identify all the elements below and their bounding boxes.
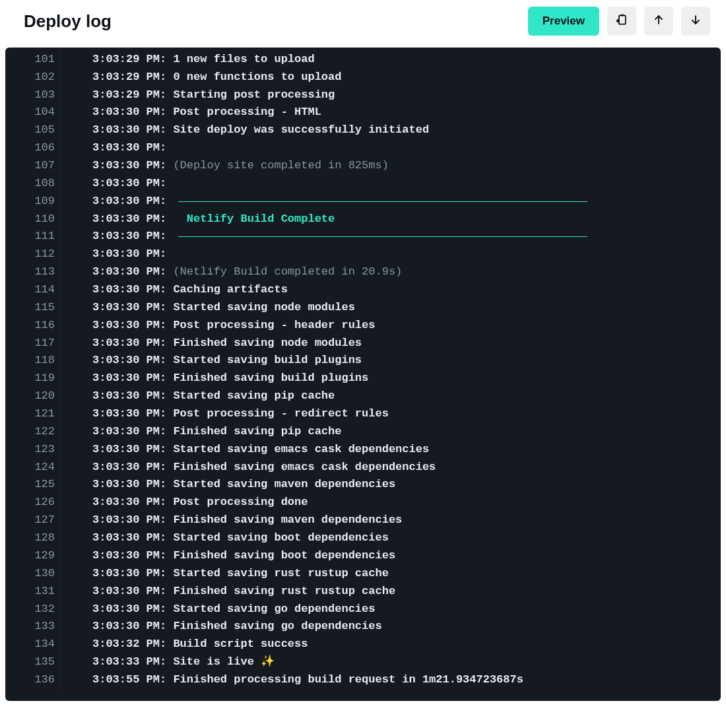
preview-button[interactable]: Preview	[528, 7, 599, 36]
log-message: Finished saving rust rustup cache	[173, 583, 395, 601]
log-timestamp: 3:03:30 PM:	[61, 175, 173, 193]
log-timestamp: 3:03:30 PM:	[61, 335, 173, 352]
log-message: Post processing - header rules	[173, 317, 375, 335]
page-title: Deploy log	[24, 11, 112, 32]
log-message: Finished saving go dependencies	[173, 618, 381, 636]
log-line: 1153:03:30 PM: Started saving node modul…	[5, 299, 721, 317]
log-line: 1103:03:30 PM: Netlify Build Complete	[5, 211, 721, 228]
log-line: 1093:03:30 PM:	[5, 193, 721, 211]
line-number: 111	[5, 228, 61, 246]
line-number: 112	[5, 246, 61, 263]
log-line: 1143:03:30 PM: Caching artifacts	[5, 281, 721, 299]
log-line: 1323:03:30 PM: Started saving go depende…	[5, 601, 721, 618]
scroll-top-button[interactable]	[644, 7, 673, 36]
log-line: 1053:03:30 PM: Site deploy was successfu…	[5, 121, 721, 139]
log-message: Finished saving emacs cask dependencies	[173, 459, 436, 477]
log-line: 1113:03:30 PM:	[5, 228, 721, 246]
log-line: 1013:03:29 PM: 1 new files to upload	[5, 51, 721, 69]
line-number: 107	[5, 157, 61, 175]
line-number: 106	[5, 139, 61, 157]
log-timestamp: 3:03:30 PM:	[61, 423, 173, 441]
line-number: 109	[5, 193, 61, 211]
log-message: Site deploy was successfully initiated	[173, 121, 429, 139]
log-line: 1033:03:29 PM: Starting post processing	[5, 86, 721, 104]
line-number: 127	[5, 512, 61, 529]
log-timestamp: 3:03:30 PM:	[61, 157, 173, 175]
log-line: 1233:03:30 PM: Started saving emacs cask…	[5, 441, 721, 459]
log-timestamp: 3:03:30 PM:	[61, 441, 173, 459]
log-message: Finished processing build request in 1m2…	[173, 671, 523, 689]
log-message: Started saving maven dependencies	[173, 476, 395, 494]
horizontal-rule	[178, 236, 587, 237]
log-message: Finished saving build plugins	[173, 370, 368, 387]
log-timestamp: 3:03:30 PM:	[61, 263, 173, 281]
log-timestamp: 3:03:30 PM:	[61, 459, 173, 477]
log-timestamp: 3:03:30 PM:	[61, 352, 173, 370]
line-number: 103	[5, 86, 61, 104]
log-line: 1173:03:30 PM: Finished saving node modu…	[5, 335, 721, 352]
log-message: Starting post processing	[173, 86, 335, 104]
log-line: 1073:03:30 PM: (Deploy site completed in…	[5, 157, 721, 175]
line-number: 132	[5, 601, 61, 618]
log-line: 1243:03:30 PM: Finished saving emacs cas…	[5, 459, 721, 477]
log-timestamp: 3:03:33 PM:	[61, 653, 173, 671]
log-timestamp: 3:03:30 PM:	[61, 405, 173, 423]
line-number: 123	[5, 441, 61, 459]
log-timestamp: 3:03:29 PM:	[61, 48, 173, 51]
line-number: 120	[5, 387, 61, 405]
log-message: Started saving boot dependencies	[173, 529, 388, 547]
log-line: 1083:03:30 PM:	[5, 175, 721, 193]
log-timestamp: 3:03:30 PM:	[61, 476, 173, 494]
copy-log-button[interactable]	[607, 7, 636, 36]
log-timestamp: 3:03:30 PM:	[61, 193, 173, 211]
line-number: 102	[5, 69, 61, 86]
log-message: Started saving pip cache	[173, 387, 335, 405]
log-message: Finished saving maven dependencies	[173, 512, 402, 529]
line-number: 115	[5, 299, 61, 317]
log-message: 1 new files to upload	[173, 51, 314, 69]
line-number: 113	[5, 263, 61, 281]
log-message: Caching artifacts	[173, 281, 287, 299]
log-message: Site is live	[173, 653, 261, 671]
log-line: 1203:03:30 PM: Started saving pip cache	[5, 387, 721, 405]
log-timestamp: 3:03:30 PM:	[61, 228, 173, 246]
log-message: Finished saving node modules	[173, 335, 362, 352]
log-line: 1183:03:30 PM: Started saving build plug…	[5, 352, 721, 370]
log-message: Finished saving pip cache	[173, 423, 341, 441]
log-timestamp: 3:03:30 PM:	[61, 565, 173, 583]
log-timestamp: 3:03:30 PM:	[61, 601, 173, 618]
clipboard-icon	[615, 13, 628, 30]
log-line: 1253:03:30 PM: Started saving maven depe…	[5, 476, 721, 494]
line-number: 118	[5, 352, 61, 370]
scroll-bottom-button[interactable]	[681, 7, 710, 36]
line-number: 104	[5, 104, 61, 121]
log-timestamp: 3:03:30 PM:	[61, 547, 173, 565]
log-timestamp: 3:03:30 PM:	[61, 512, 173, 529]
line-number: 116	[5, 317, 61, 335]
log-line: 1213:03:30 PM: Post processing - redirec…	[5, 405, 721, 423]
log-timestamp: 3:03:30 PM:	[61, 104, 173, 121]
log-message: (Deploy site completed in 825ms)	[173, 157, 388, 175]
log-panel[interactable]: 1003:03:29 PM: 1013:03:29 PM: 1 new file…	[5, 48, 721, 701]
line-number: 133	[5, 618, 61, 636]
log-timestamp: 3:03:29 PM:	[61, 51, 173, 69]
log-line: 1123:03:30 PM:	[5, 246, 721, 263]
log-line: 1363:03:55 PM: Finished processing build…	[5, 671, 721, 689]
line-number: 134	[5, 636, 61, 653]
log-message: Post processing done	[173, 494, 308, 512]
line-number: 114	[5, 281, 61, 299]
arrow-up-icon	[652, 13, 665, 30]
line-number: 100	[5, 48, 61, 51]
log-message: Build script success	[173, 636, 308, 653]
line-number: 105	[5, 121, 61, 139]
log-line: 1023:03:29 PM: 0 new functions to upload	[5, 69, 721, 86]
log-line: 1003:03:29 PM:	[5, 48, 721, 51]
log-line: 1043:03:30 PM: Post processing - HTML	[5, 104, 721, 121]
log-message: Started saving go dependencies	[173, 601, 375, 618]
line-number: 125	[5, 476, 61, 494]
log-line: 1333:03:30 PM: Finished saving go depend…	[5, 618, 721, 636]
log-line: 1273:03:30 PM: Finished saving maven dep…	[5, 512, 721, 529]
log-message: 0 new functions to upload	[173, 69, 341, 86]
log-message: Netlify Build Complete	[173, 211, 335, 228]
log-line: 1163:03:30 PM: Post processing - header …	[5, 317, 721, 335]
